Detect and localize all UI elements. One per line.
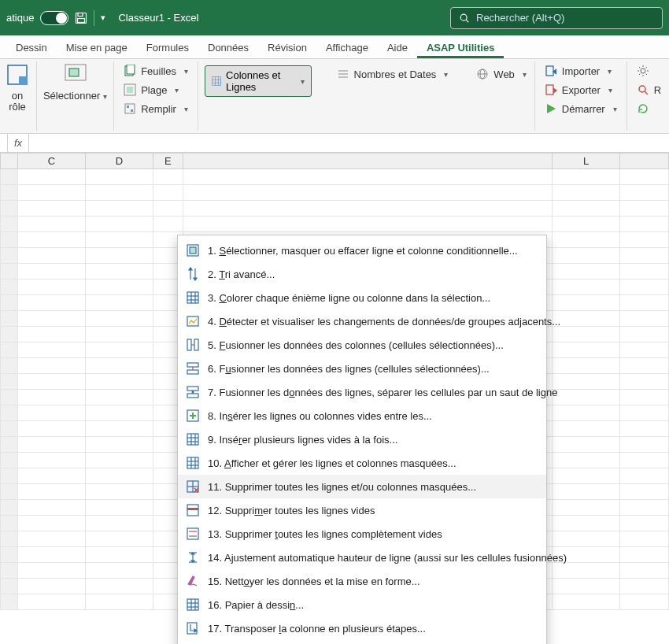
row-header[interactable] bbox=[1, 201, 18, 217]
merge-col-icon bbox=[186, 338, 200, 352]
ribbon-remplir[interactable]: Remplir bbox=[120, 100, 191, 117]
tab-formules[interactable]: Formules bbox=[137, 38, 198, 58]
menu-item[interactable]: 9. Insérer plusieurs lignes vides à la f… bbox=[178, 427, 546, 451]
row-header[interactable] bbox=[1, 279, 18, 295]
menu-item[interactable]: 10. Afficher et gérer les lignes et colo… bbox=[178, 451, 546, 475]
svg-rect-10 bbox=[127, 65, 135, 74]
row-header[interactable] bbox=[1, 405, 18, 421]
row-header[interactable] bbox=[1, 358, 18, 374]
row-header[interactable] bbox=[1, 169, 18, 185]
menu-item-label: 9. Insérer plusieurs lignes vides à la f… bbox=[208, 434, 538, 446]
row-header[interactable] bbox=[1, 484, 18, 500]
col-header[interactable] bbox=[620, 154, 669, 169]
row-header[interactable] bbox=[1, 468, 18, 484]
menu-item[interactable]: 8. Insérer les lignes ou colonnes vides … bbox=[178, 404, 546, 427]
col-header[interactable]: D bbox=[85, 154, 153, 169]
row-header[interactable] bbox=[1, 516, 18, 531]
table-row[interactable] bbox=[1, 169, 669, 185]
ribbon-plage[interactable]: Plage bbox=[120, 81, 191, 98]
menu-item[interactable]: 13. Supprimer toutes les lignes complète… bbox=[178, 522, 546, 546]
ribbon-feuilles[interactable]: Feuilles bbox=[120, 62, 191, 80]
row-header[interactable] bbox=[1, 563, 18, 579]
ribbon-importer[interactable]: Importer bbox=[541, 62, 620, 80]
row-header[interactable] bbox=[1, 217, 18, 232]
svg-rect-39 bbox=[187, 292, 198, 303]
row-header[interactable] bbox=[1, 421, 18, 437]
svg-rect-46 bbox=[194, 339, 198, 350]
gear-icon bbox=[637, 65, 649, 77]
menu-item[interactable]: 16. Papier à dessin... bbox=[178, 593, 546, 616]
table-row[interactable] bbox=[1, 217, 669, 232]
search-box[interactable] bbox=[450, 7, 663, 29]
menu-item[interactable]: 6. Fusionner les données des lignes (cel… bbox=[178, 357, 546, 380]
column-headers[interactable]: C D E L bbox=[1, 154, 669, 169]
ribbon-refresh[interactable] bbox=[634, 100, 664, 117]
tab-mise-en-page[interactable]: Mise en page bbox=[57, 38, 137, 58]
ribbon-nombres-dates[interactable]: Nombres et Dates bbox=[334, 65, 452, 83]
row-header[interactable] bbox=[1, 295, 18, 311]
menu-item[interactable]: 7. Fusionner les données des lignes, sép… bbox=[178, 380, 546, 404]
ribbon-r[interactable]: R bbox=[634, 81, 664, 98]
fill-icon bbox=[124, 102, 136, 115]
save-icon[interactable] bbox=[75, 12, 87, 24]
ribbon-control-button[interactable]: onrôle bbox=[0, 59, 35, 117]
menu-item-label: 13. Supprimer toutes les lignes complète… bbox=[208, 528, 538, 540]
quick-access-more[interactable]: ▾ bbox=[101, 13, 105, 23]
menu-item[interactable]: 12. Supprimer toutes les lignes vides bbox=[178, 498, 546, 522]
ribbon-tabs: Dessin Mise en page Formules Données Rév… bbox=[0, 35, 669, 59]
row-header[interactable] bbox=[1, 232, 18, 248]
row-header[interactable] bbox=[1, 500, 18, 516]
row-header[interactable] bbox=[1, 437, 18, 453]
row-header[interactable] bbox=[1, 531, 18, 547]
menu-item[interactable]: 15. Nettoyer les données et la mise en f… bbox=[178, 569, 546, 593]
row-header[interactable] bbox=[1, 453, 18, 468]
menu-item[interactable]: 5. Fusionner les données des colonnes (c… bbox=[178, 333, 546, 357]
svg-rect-74 bbox=[187, 528, 198, 539]
row-header[interactable] bbox=[1, 311, 18, 327]
col-header[interactable] bbox=[183, 154, 552, 169]
menu-item[interactable]: 4. Détecter et visualiser les changement… bbox=[178, 309, 546, 333]
row-header[interactable] bbox=[1, 547, 18, 563]
row-header[interactable] bbox=[1, 185, 18, 201]
ribbon-settings[interactable] bbox=[634, 62, 664, 80]
ribbon-demarrer[interactable]: Démarrer bbox=[541, 100, 620, 117]
menu-item[interactable]: 3. Colorer chaque énième ligne ou colonn… bbox=[178, 286, 546, 309]
menu-item[interactable]: 11. Supprimer toutes les lignes et/ou co… bbox=[178, 475, 546, 498]
svg-rect-44 bbox=[187, 316, 198, 326]
menu-item[interactable]: 1. Sélectionner, masquer ou effacer lign… bbox=[178, 239, 546, 262]
row-header[interactable] bbox=[1, 327, 18, 342]
table-row[interactable] bbox=[1, 201, 669, 217]
tab-affichage[interactable]: Affichage bbox=[316, 38, 378, 58]
row-header[interactable] bbox=[1, 264, 18, 279]
row-header[interactable] bbox=[1, 342, 18, 358]
ribbon-web[interactable]: Web bbox=[473, 65, 530, 83]
menu-item[interactable]: 17. Transposer la colonne en plusieurs é… bbox=[178, 616, 546, 640]
ribbon-exporter[interactable]: Exporter bbox=[541, 81, 620, 98]
fx-label[interactable]: fx bbox=[8, 134, 29, 152]
formula-input[interactable] bbox=[29, 134, 669, 152]
autosave-toggle[interactable] bbox=[40, 11, 68, 25]
ribbon-select-button[interactable]: Sélectionner bbox=[39, 59, 112, 105]
search-input[interactable] bbox=[476, 12, 654, 24]
col-header[interactable]: C bbox=[17, 154, 85, 169]
col-header[interactable]: E bbox=[153, 154, 183, 169]
row-header[interactable] bbox=[1, 390, 18, 405]
row-header[interactable] bbox=[1, 374, 18, 390]
menu-item[interactable]: 2. Tri avancé... bbox=[178, 262, 546, 286]
table-row[interactable] bbox=[1, 185, 669, 201]
del-row2-icon bbox=[186, 527, 200, 541]
menu-item[interactable]: 14. Ajustement automatique hauteur de li… bbox=[178, 546, 546, 569]
menu-item[interactable]: 18. Economiseur de papier (fractionner l… bbox=[178, 640, 546, 644]
tab-asap-utilities[interactable]: ASAP Utilities bbox=[417, 38, 504, 58]
row-header[interactable] bbox=[1, 248, 18, 264]
title-bar: atique ▾ Classeur1 - Excel bbox=[0, 0, 669, 35]
svg-rect-13 bbox=[125, 104, 135, 113]
tab-revision[interactable]: Révision bbox=[258, 38, 316, 58]
ribbon-colonnes-lignes-dropdown[interactable]: Colonnes et Lignes bbox=[205, 65, 312, 97]
row-header[interactable] bbox=[1, 579, 18, 594]
col-header[interactable]: L bbox=[553, 154, 620, 169]
tab-aide[interactable]: Aide bbox=[378, 38, 417, 58]
row-header[interactable] bbox=[1, 594, 18, 610]
tab-dessin[interactable]: Dessin bbox=[6, 38, 57, 58]
tab-donnees[interactable]: Données bbox=[198, 38, 258, 58]
